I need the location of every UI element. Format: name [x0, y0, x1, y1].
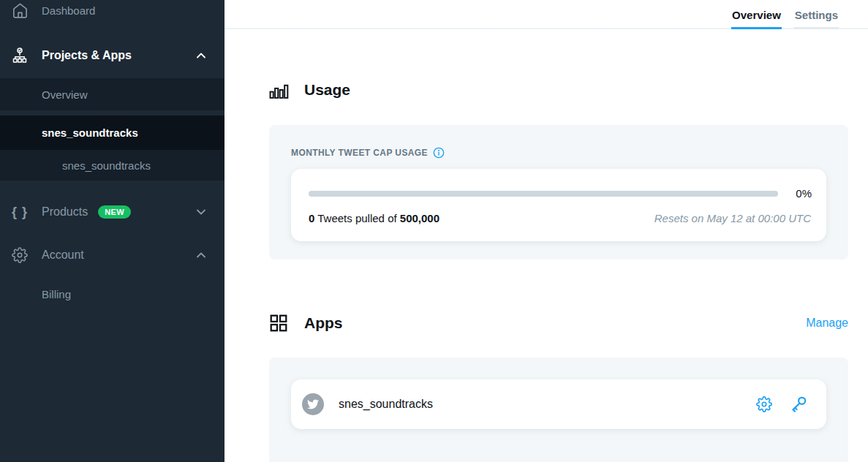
home-icon [11, 1, 29, 19]
usage-title: Usage [304, 81, 350, 99]
progress-row: 0% [309, 187, 812, 200]
tab-overview[interactable]: Overview [731, 2, 782, 29]
page-header: Overview Settings [224, 0, 868, 29]
chevron-down-icon [194, 205, 208, 219]
key-icon [789, 395, 808, 414]
cap-label-row: MONTHLY TWEET CAP USAGE [291, 147, 826, 159]
info-icon[interactable] [433, 147, 445, 159]
sidebar-item-billing[interactable]: Billing [0, 278, 224, 310]
content: Usage MONTHLY TWEET CAP USAGE [224, 29, 868, 462]
sidebar-item-label: snes_soundtracks [42, 126, 138, 139]
apps-section-header: Apps Manage [269, 314, 848, 333]
app-name: snes_soundtracks [339, 398, 433, 411]
sidebar-item-dashboard[interactable]: Dashboard [0, 0, 224, 26]
main-area: Overview Settings Usage M [224, 0, 868, 462]
sidebar-item-label: Account [42, 249, 84, 262]
grid-icon [269, 314, 289, 333]
tab-settings[interactable]: Settings [794, 2, 839, 29]
sidebar-item-project-snes-soundtracks[interactable]: snes_soundtracks [0, 116, 224, 150]
sidebar-item-projects-apps[interactable]: Projects & Apps [0, 39, 224, 72]
usage-section-header: Usage [269, 80, 848, 99]
sidebar-item-app-snes-soundtracks[interactable]: snes_soundtracks [0, 150, 224, 181]
app-avatar [302, 393, 324, 415]
resets-text: Resets on May 12 at 00:00 UTC [654, 212, 811, 224]
gear-icon [11, 246, 29, 264]
app-row[interactable]: snes_soundtracks [291, 379, 826, 429]
manage-link[interactable]: Manage [806, 317, 848, 330]
projects-icon [11, 47, 29, 64]
twitter-developer-portal: Dashboard Projects & Apps Overview [0, 0, 868, 462]
sidebar-item-overview[interactable]: Overview [0, 78, 224, 110]
chevron-up-icon [194, 248, 208, 262]
app-actions [756, 395, 808, 414]
usage-stats-row: 0 Tweets pulled of 500,000 Resets on May… [309, 212, 812, 224]
tweets-pulled-text: 0 Tweets pulled of 500,000 [309, 212, 439, 224]
app-keys-button[interactable] [789, 395, 808, 414]
sidebar-item-products[interactable]: { } Products NEW [0, 196, 224, 228]
sidebar-item-label: Products [42, 205, 88, 219]
gear-icon [756, 396, 772, 412]
sidebar-item-label: Projects & Apps [42, 49, 132, 62]
sidebar-item-label: snes_soundtracks [62, 159, 151, 172]
sidebar: Dashboard Projects & Apps Overview [0, 0, 224, 462]
app-settings-button[interactable] [756, 396, 772, 412]
braces-icon: { } [11, 203, 29, 221]
tab-bar: Overview Settings [731, 0, 839, 29]
twitter-bird-icon [307, 398, 319, 410]
chevron-up-icon [194, 48, 208, 63]
bar-chart-icon [269, 80, 289, 99]
new-badge: NEW [98, 205, 131, 219]
sidebar-item-label: Dashboard [42, 4, 95, 17]
progress-bar [309, 191, 778, 197]
sidebar-item-account[interactable]: Account [0, 239, 224, 271]
apps-title: Apps [304, 314, 343, 332]
apps-list-card: snes_soundtracks [269, 357, 848, 462]
sidebar-item-label: Overview [42, 88, 88, 101]
progress-percent: 0% [778, 187, 812, 200]
sidebar-item-label: Billing [42, 288, 71, 300]
monthly-tweet-cap-card: MONTHLY TWEET CAP USAGE [269, 125, 848, 260]
cap-label: MONTHLY TWEET CAP USAGE [291, 148, 428, 158]
usage-progress-card: 0% 0 Tweets pulled of 500,000 Resets on … [291, 169, 826, 241]
